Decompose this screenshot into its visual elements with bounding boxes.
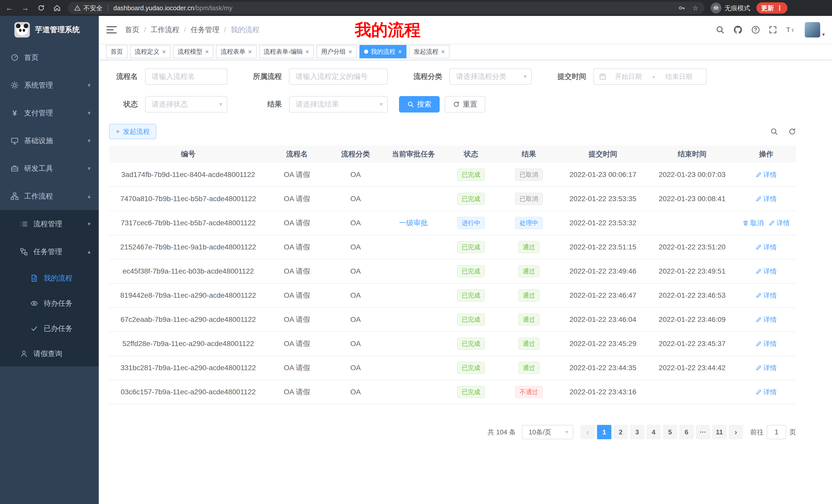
breadcrumb-item[interactable]: 首页 [125, 25, 139, 35]
cell-name: OA 请假 [267, 290, 327, 300]
result-badge: 通过 [518, 338, 540, 350]
close-icon[interactable]: × [306, 48, 309, 55]
sidebar-item-my-process[interactable]: 我的流程 [0, 265, 99, 291]
header-actions: TT ▾ [716, 22, 825, 37]
result-select[interactable]: 请选择流结果 ▾ [289, 96, 388, 113]
app-logo[interactable]: 芋道管理系统 [0, 16, 99, 44]
table-row: 03c6c157-7b9a-11ec-a290-acde48001122 OA … [109, 380, 796, 404]
cell-name: OA 请假 [267, 218, 327, 228]
search-button[interactable]: 搜索 [399, 96, 440, 113]
browser-menu-icon[interactable]: ⋮ [777, 4, 783, 12]
detail-link[interactable]: 详情 [756, 363, 777, 372]
breadcrumb-item[interactable]: 任务管理 [191, 25, 219, 35]
toolbox-icon [10, 164, 19, 173]
help-icon[interactable] [751, 25, 760, 34]
sidebar-item-infrastructure[interactable]: 基础设施 ▾ [0, 127, 99, 155]
page-size-select[interactable]: 10条/页 ▾ [522, 425, 573, 439]
sidebar-item-done-tasks[interactable]: 已办任务 [0, 316, 99, 341]
page-button[interactable]: 2 [614, 425, 628, 439]
sidebar-item-workflow[interactable]: 工作流程 ▴ [0, 183, 99, 210]
status-badge: 已完成 [457, 169, 485, 181]
tab-user-group[interactable]: 用户分组× [316, 45, 357, 58]
cancel-link[interactable]: 取消 [743, 219, 763, 228]
chevron-down-icon: ▾ [88, 137, 90, 144]
detail-link[interactable]: 详情 [756, 339, 777, 348]
avatar[interactable] [805, 22, 820, 37]
github-icon[interactable] [733, 25, 743, 34]
incognito-badge[interactable]: 无痕模式 [711, 3, 750, 13]
font-size-icon[interactable]: TT [786, 26, 796, 34]
detail-link[interactable]: 详情 [769, 219, 790, 228]
close-icon[interactable]: × [398, 48, 402, 55]
page-button[interactable]: 11 [712, 425, 727, 439]
reset-button[interactable]: 重置 [445, 96, 486, 113]
user-menu[interactable]: ▾ [805, 22, 825, 37]
page-button[interactable]: 6 [679, 425, 694, 439]
sidebar-item-leave-query[interactable]: 请假查询 [0, 341, 99, 366]
goto-page-input[interactable] [767, 425, 786, 439]
close-icon[interactable]: × [441, 48, 445, 55]
back-icon[interactable]: ← [3, 2, 16, 14]
process-def-input[interactable] [289, 68, 388, 85]
close-icon[interactable]: × [348, 48, 352, 55]
refresh-icon[interactable] [788, 128, 796, 135]
detail-link[interactable]: 详情 [756, 388, 777, 397]
process-name-input[interactable] [145, 68, 227, 85]
page-button[interactable]: 4 [646, 425, 661, 439]
page-title-annotation: 我的流程 [355, 21, 421, 39]
current-task-link[interactable]: 一级审批 [399, 219, 428, 227]
detail-link[interactable]: 详情 [756, 194, 777, 203]
detail-link[interactable]: 详情 [756, 243, 777, 252]
password-key-icon[interactable] [678, 4, 685, 11]
page-button[interactable]: 5 [663, 425, 677, 439]
reload-icon[interactable] [34, 2, 48, 14]
status-select[interactable]: 请选择状态 ▾ [145, 96, 227, 113]
table-row: 3ad174fb-7b9d-11ec-8404-acde48001122 OA … [109, 163, 796, 187]
update-button[interactable]: 更新 ⋮ [756, 2, 787, 13]
bookmark-star-icon[interactable]: ☆ [693, 4, 698, 12]
tab-process-model[interactable]: 流程模型× [173, 45, 213, 58]
result-badge: 已取消 [515, 169, 543, 181]
breadcrumb-item[interactable]: 工作流程 [151, 25, 179, 35]
address-bar[interactable]: 不安全 dashboard.yudao.iocoder.cn/bpm/task/… [68, 2, 704, 14]
detail-link[interactable]: 详情 [756, 315, 777, 324]
date-range-picker[interactable]: 开始日期 - 结束日期 [593, 68, 706, 85]
forward-icon[interactable]: → [19, 2, 32, 14]
sidebar-item-home[interactable]: 首页 [0, 44, 99, 72]
page-button[interactable]: 1 [597, 425, 612, 439]
close-icon[interactable]: × [248, 48, 252, 55]
prev-page-button[interactable]: ‹ [580, 425, 595, 439]
table-row: 7317cec6-7b9b-11ec-b5b7-acde48001122 OA … [109, 211, 796, 235]
tab-process-definition[interactable]: 流程定义× [130, 45, 171, 58]
sidebar-item-system[interactable]: 系统管理 ▾ [0, 72, 99, 99]
close-icon[interactable]: × [162, 48, 166, 55]
sidebar-item-payment[interactable]: ¥ 支付管理 ▾ [0, 99, 99, 127]
tab-home[interactable]: 首页 [106, 45, 128, 58]
breadcrumb-separator: / [144, 26, 146, 34]
page-button[interactable]: 3 [630, 425, 644, 439]
tab-my-process[interactable]: 我的流程× [359, 45, 407, 58]
tab-start-process[interactable]: 发起流程× [409, 45, 449, 58]
tab-process-form[interactable]: 流程表单× [216, 45, 256, 58]
total-count: 共 104 条 [488, 428, 516, 437]
start-date-placeholder: 开始日期 [606, 72, 650, 81]
detail-link[interactable]: 详情 [756, 170, 777, 179]
browser-home-icon[interactable] [50, 2, 64, 14]
close-icon[interactable]: × [205, 48, 209, 55]
hamburger-menu-icon[interactable] [106, 26, 117, 33]
sidebar-item-task-management[interactable]: 任务管理 ▴ [0, 238, 99, 265]
sidebar-item-todo-tasks[interactable]: 待办任务 [0, 291, 99, 316]
fullscreen-icon[interactable] [769, 26, 777, 34]
category-select[interactable]: 请选择流程分类 ▾ [449, 68, 532, 85]
sidebar-item-process-management[interactable]: 流程管理 ▾ [0, 210, 99, 238]
sidebar-item-devtools[interactable]: 研发工具 ▾ [0, 155, 99, 183]
toggle-search-icon[interactable] [770, 128, 778, 135]
cell-category: OA [327, 315, 385, 324]
search-icon[interactable] [716, 25, 725, 34]
next-page-button[interactable]: › [729, 425, 743, 439]
start-process-button[interactable]: + 发起流程 [109, 124, 156, 139]
more-pages-button[interactable]: ··· [696, 425, 710, 439]
tab-process-form-edit[interactable]: 流程表单-编辑× [259, 45, 314, 58]
detail-link[interactable]: 详情 [756, 291, 777, 300]
detail-link[interactable]: 详情 [756, 267, 777, 276]
